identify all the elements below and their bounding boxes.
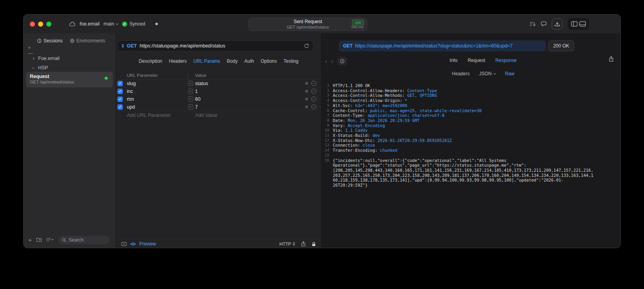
list-view-icon[interactable] (46, 237, 54, 242)
equals-icon: = (188, 81, 193, 86)
tab-headers[interactable]: Headers (169, 58, 186, 64)
response-panel: GET https://statuspage.me/api/embed/stat… (321, 33, 621, 248)
code-icon: </> (130, 242, 136, 246)
tab-response[interactable]: Response (495, 58, 516, 63)
tab-environments-label: Environments (77, 38, 105, 44)
param-value-input[interactable]: status (195, 81, 208, 86)
row-menu-icon[interactable]: ≡ (305, 80, 308, 86)
export-response-icon[interactable] (609, 56, 614, 64)
line-number: 12 (321, 138, 329, 143)
row-menu-icon[interactable]: ≡ (305, 96, 308, 102)
tab-environments[interactable]: Environments (70, 38, 105, 44)
branch-selector[interactable]: main (104, 21, 118, 27)
add-param-value-placeholder[interactable]: Add Value (195, 113, 217, 118)
sort-filter-icon[interactable] (529, 21, 536, 27)
line-number: 16 (321, 158, 329, 188)
tab-sessions[interactable]: Sessions (37, 38, 63, 44)
chevron-down-icon (493, 72, 496, 75)
url-bar[interactable]: GET https://statuspage.me/api/embed/stat… (117, 40, 314, 51)
remove-row-button[interactable]: − (311, 96, 316, 102)
remove-row-button[interactable]: − (311, 81, 316, 86)
line-content: Access-Control-Allow-Headers: Content-Ty… (333, 88, 437, 93)
param-value-input[interactable]: 60 (195, 96, 201, 102)
zoom-window-button[interactable] (46, 22, 51, 27)
row-menu-icon[interactable]: ≡ (305, 104, 308, 110)
param-checkbox[interactable]: ✓ (117, 104, 123, 110)
tab-auth[interactable]: Auth (244, 58, 254, 64)
tab-url-params[interactable]: URL Params (193, 58, 220, 64)
tab-sessions-label: Sessions (44, 38, 63, 44)
param-name-input[interactable]: rtm (127, 96, 134, 102)
code-line: 3Access-Control-Allow-Methods: GET, OPTI… (321, 93, 621, 98)
sidebar-item-request[interactable]: Request GET /api/embed/status (26, 72, 113, 87)
param-checkbox[interactable]: ✓ (117, 81, 123, 86)
add-session-button[interactable]: + (28, 45, 33, 50)
tab-options[interactable]: Options (261, 58, 277, 64)
equals-icon: = (188, 89, 193, 94)
bottom-panel-layout-icon[interactable] (579, 21, 586, 27)
sidebar-add-group: + — (28, 45, 33, 56)
preview-button[interactable]: Preview (139, 241, 156, 247)
param-name-input[interactable]: upd (127, 104, 135, 110)
subtab-headers[interactable]: Headers (452, 71, 469, 76)
response-body[interactable]: 1HTTP/1.1 200 OK2Access-Control-Allow-He… (321, 80, 621, 248)
sync-status[interactable]: ✓ Synced (122, 21, 145, 27)
param-name-input[interactable]: inc (127, 89, 133, 94)
row-menu-icon[interactable]: ≡ (305, 88, 308, 94)
method-label[interactable]: GET (127, 43, 137, 49)
branch-name: main (104, 21, 114, 27)
param-row: ✓ slug = status ≡ − (116, 80, 321, 87)
sent-url-label: https://statuspage.me/api/embed/status?s… (355, 43, 513, 49)
param-checkbox[interactable]: ✓ (117, 96, 123, 102)
line-content: Alt-Svc: h3=":443"; ma=2592000 (333, 103, 407, 108)
code-line: 16{"incidents":null,"overall":{"code":"o… (321, 158, 621, 188)
sent-request-url[interactable]: GET https://statuspage.me/api/embed/stat… (339, 40, 546, 51)
resend-refresh-icon[interactable] (304, 43, 309, 49)
line-number: 8 (321, 118, 329, 123)
add-request-button[interactable]: + (28, 236, 32, 243)
param-name-input[interactable]: slug (127, 81, 136, 86)
param-checkbox[interactable]: ✓ (117, 89, 123, 94)
protocol-selector[interactable]: HTTP (279, 242, 295, 246)
method-picker-icon[interactable] (122, 44, 124, 48)
comments-icon[interactable] (541, 21, 547, 27)
sidebar-search[interactable] (58, 236, 109, 244)
remove-row-button[interactable]: − (311, 89, 316, 94)
param-value-input[interactable]: 1 (195, 89, 198, 94)
search-input[interactable] (69, 237, 104, 243)
param-value-input[interactable]: 7 (195, 104, 198, 110)
left-sidebar-layout-icon[interactable] (571, 21, 578, 27)
url-input[interactable]: https://statuspage.me/api/embed/status (140, 43, 225, 49)
tab-info[interactable]: Info (450, 58, 458, 63)
console-panel-icon[interactable] (121, 242, 127, 246)
lock-icon[interactable] (312, 242, 316, 247)
request-summary-widget[interactable]: Sent Request GET /api/embed/status 200 2… (248, 18, 367, 31)
tab-body[interactable]: Body (227, 58, 237, 64)
param-row: ✓ rtm = 60 ≡ − (116, 95, 321, 103)
request-status-dot-icon (104, 76, 108, 80)
tray-download-icon[interactable] (552, 18, 563, 29)
minimize-window-button[interactable] (38, 22, 43, 27)
sidebar: Sessions Environments + — Foe.email HSP … (24, 33, 116, 248)
editor-footer: </> Preview HTTP (116, 239, 321, 248)
line-number: 4 (321, 98, 329, 103)
project-name[interactable]: foe.email (80, 21, 100, 27)
search-icon (62, 238, 66, 242)
tree-group-foe[interactable]: Foe.email (24, 55, 116, 62)
share-icon[interactable] (301, 241, 306, 247)
add-param-name-placeholder[interactable]: Add URL Parameter (127, 113, 171, 118)
column-header-value: Value (195, 73, 206, 78)
tree-group-hsp[interactable]: HSP (24, 64, 116, 72)
close-window-button[interactable] (30, 22, 35, 27)
tab-testing[interactable]: Testing (284, 58, 299, 64)
tab-request[interactable]: Request (468, 58, 485, 63)
summary-duration: 280 ms (351, 25, 363, 29)
line-content: Content-Type: application/json; charset=… (333, 113, 444, 118)
subtab-json-dropdown[interactable]: JSON (479, 71, 496, 76)
new-folder-icon[interactable] (36, 237, 42, 242)
remove-row-button[interactable]: − (311, 104, 316, 109)
tab-description[interactable]: Description (139, 58, 162, 64)
subtab-raw[interactable]: Raw (505, 71, 514, 76)
line-content: Access-Control-Allow-Origin: * (333, 98, 407, 103)
summary-title: Sent Request (249, 19, 367, 24)
